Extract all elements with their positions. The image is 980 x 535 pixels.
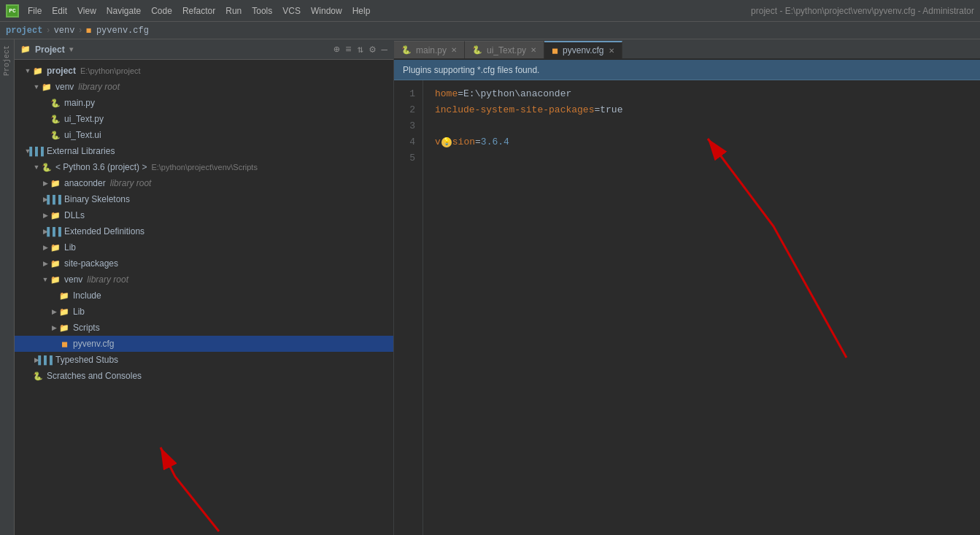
tab-label-main-py: main.py <box>416 45 447 55</box>
notification-text: Plugins supporting *.cfg files found. <box>403 65 539 75</box>
tree-suffix-venv2: library root <box>87 274 128 285</box>
tree-item-dlls[interactable]: ▶ 📁 DLLs <box>15 207 393 223</box>
code-line-3 <box>435 118 968 134</box>
code-val-version: 3.6.4 <box>481 134 509 150</box>
code-eq-4: = <box>475 134 481 150</box>
project-panel: 📁 Project ▾ ⊕ ≡ ⇅ ⚙ — ▼ 📁 project E:\pyt… <box>15 39 394 535</box>
folder-icon-project: 📁 <box>32 66 44 76</box>
panel-icon-minimize[interactable]: — <box>382 44 387 55</box>
tree-label-binary-skeletons: Binary Skeletons <box>64 194 130 204</box>
python-icon-python36: 🐍 <box>41 162 53 172</box>
arrow-dlls: ▶ <box>41 211 50 220</box>
tree-item-lib2[interactable]: ▶ 📁 Lib <box>15 304 393 320</box>
menu-run[interactable]: Run <box>225 6 242 16</box>
panel-title: Project <box>35 45 65 55</box>
tab-close-ui-text-py[interactable]: ✕ <box>530 46 536 54</box>
folder-icon-lib: 📁 <box>50 242 61 253</box>
menu-bar[interactable]: File Edit View Navigate Code Refactor Ru… <box>28 6 370 16</box>
arrow-pyvenv-cfg <box>50 339 58 348</box>
tab-pyvenv-cfg[interactable]: ◼ pyvenv.cfg ✕ <box>544 41 622 58</box>
tree-item-typeshed[interactable]: ▶ ▌▌▌ Typeshed Stubs <box>15 352 393 368</box>
tree-item-python36[interactable]: ▼ 🐍 < Python 3.6 (project) > E:\python\p… <box>15 159 393 175</box>
code-editor[interactable]: home = E:\python\anaconder include-syste… <box>423 80 980 535</box>
arrow-site-packages: ▶ <box>41 259 50 268</box>
panel-icon-sort[interactable]: ⇅ <box>358 43 363 55</box>
panel-icons: ⊕ ≡ ⇅ ⚙ — <box>333 43 387 55</box>
panel-icon-locate[interactable]: ⊕ <box>333 43 339 55</box>
tree-item-lib[interactable]: ▶ 📁 Lib <box>15 239 393 255</box>
arrow-venv: ▼ <box>32 82 41 91</box>
main-layout: Project 📁 Project ▾ ⊕ ≡ ⇅ ⚙ — ▼ 📁 projec… <box>0 39 980 535</box>
tree-label-venv2: venv <box>64 274 82 285</box>
python-icon-ui: 🐍 <box>50 114 61 124</box>
arrow-python36: ▼ <box>32 163 41 172</box>
tree-item-scratches[interactable]: 🐍 Scratches and Consoles <box>15 368 393 384</box>
tab-icon-ui-text-py: 🐍 <box>472 45 482 55</box>
folder-icon-anaconder: 📁 <box>50 178 61 188</box>
tab-main-py[interactable]: 🐍 main.py ✕ <box>394 41 465 58</box>
menu-code[interactable]: Code <box>151 6 172 16</box>
menu-file[interactable]: File <box>28 6 42 16</box>
file-tree: ▼ 📁 project E:\python\project ▼ 📁 venv l… <box>15 60 393 535</box>
sidebar-project-label[interactable]: Project <box>3 45 11 76</box>
tree-item-extended-defs[interactable]: ▶ ▌▌▌ Extended Definitions <box>15 223 393 239</box>
tab-close-pyvenv-cfg[interactable]: ✕ <box>609 47 614 55</box>
tree-item-pyvenv-cfg[interactable]: ◼ pyvenv.cfg <box>15 336 393 352</box>
app-logo: PC <box>6 4 19 18</box>
panel-dropdown-icon[interactable]: ▾ <box>69 45 73 53</box>
tree-suffix-venv: library root <box>78 82 120 92</box>
editor-area: 🐍 main.py ✕ 🐍 ui_Text.py ✕ ◼ pyvenv.cfg … <box>394 39 980 535</box>
tree-item-venv[interactable]: ▼ 📁 venv library root <box>15 79 393 95</box>
code-key-include: include-system-site-packages <box>435 102 594 118</box>
tree-item-anaconder[interactable]: ▶ 📁 anaconder library root <box>15 175 393 191</box>
tab-ui-text-py[interactable]: 🐍 ui_Text.py ✕ <box>465 41 544 58</box>
breadcrumb-project[interactable]: project <box>6 26 42 36</box>
code-key-v: v <box>435 134 441 150</box>
editor-content: 1 2 3 4 5 home = E:\python\anaconder inc… <box>394 80 980 535</box>
menu-navigate[interactable]: Navigate <box>107 6 141 16</box>
panel-icon-collapse[interactable]: ≡ <box>345 44 351 55</box>
tree-item-ui-text-py[interactable]: 🐍 ui_Text.py <box>15 111 393 127</box>
menu-edit[interactable]: Edit <box>52 6 67 16</box>
title-bar: PC File Edit View Navigate Code Refactor… <box>0 0 980 22</box>
line-num-1: 1 <box>394 86 415 102</box>
code-line-5 <box>435 150 968 166</box>
breadcrumb-file-icon: ◼ <box>86 25 91 36</box>
breadcrumb-sep-2: › <box>77 26 82 36</box>
tree-label-include: Include <box>73 290 101 301</box>
panel-folder-icon: 📁 <box>20 45 31 54</box>
menu-window[interactable]: Window <box>311 6 342 16</box>
menu-view[interactable]: View <box>77 6 96 16</box>
tree-label-extended-defs: Extended Definitions <box>64 226 144 236</box>
breadcrumb: project › venv › ◼ pyvenv.cfg <box>0 22 980 39</box>
arrow-include <box>50 291 58 300</box>
panel-icon-settings[interactable]: ⚙ <box>369 43 375 55</box>
tab-close-main-py[interactable]: ✕ <box>451 46 457 54</box>
tree-label-venv: venv <box>55 82 74 92</box>
python-icon-main: 🐍 <box>50 98 61 108</box>
menu-tools[interactable]: Tools <box>252 6 272 16</box>
tree-item-binary-skeletons[interactable]: ▶ ▌▌▌ Binary Skeletons <box>15 191 393 207</box>
folder-icon-lib2: 📁 <box>58 307 70 317</box>
tree-item-scripts[interactable]: ▶ 📁 Scripts <box>15 320 393 336</box>
tree-label-dlls: DLLs <box>64 210 85 220</box>
menu-help[interactable]: Help <box>352 6 371 16</box>
bars-icon-binary: ▌▌▌ <box>50 194 61 204</box>
arrow-lib: ▶ <box>41 243 50 252</box>
breadcrumb-sep-1: › <box>45 26 50 36</box>
arrow-venv2: ▼ <box>41 275 50 284</box>
tree-item-venv2[interactable]: ▼ 📁 venv library root <box>15 272 393 288</box>
tree-item-external-libs[interactable]: ▼ ▌▌▌ External Libraries <box>15 143 393 159</box>
tree-suffix-anaconder: library root <box>110 178 152 188</box>
line-numbers: 1 2 3 4 5 <box>394 80 423 535</box>
tree-item-site-packages[interactable]: ▶ 📁 site-packages <box>15 255 393 272</box>
menu-refactor[interactable]: Refactor <box>182 6 215 16</box>
tree-item-ui-text-ui[interactable]: 🐍 ui_Text.ui <box>15 127 393 143</box>
tree-item-main-py[interactable]: 🐍 main.py <box>15 95 393 111</box>
breadcrumb-venv[interactable]: venv <box>54 26 75 36</box>
sidebar-strip: Project <box>0 39 15 535</box>
tree-item-include[interactable]: 📁 Include <box>15 288 393 304</box>
menu-vcs[interactable]: VCS <box>282 6 301 16</box>
tree-item-project[interactable]: ▼ 📁 project E:\python\project <box>15 63 393 79</box>
line-num-2: 2 <box>394 102 415 118</box>
